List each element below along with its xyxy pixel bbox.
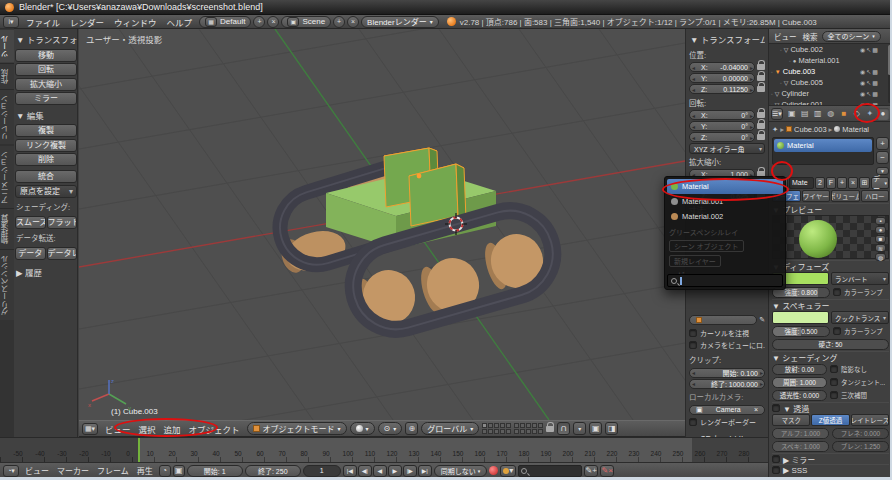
data-transfer-button[interactable]: データレ — [47, 247, 78, 260]
transform-panel-title[interactable]: ▼ トランスフォーム — [15, 31, 77, 47]
edit-button[interactable]: リンク複製 — [15, 139, 77, 152]
eye-icon[interactable]: ◉ — [860, 68, 865, 75]
popup-material-item[interactable]: Material.002 — [667, 209, 783, 224]
specular-ramp-checkbox[interactable] — [833, 327, 841, 335]
render-opengl-icon[interactable]: ▣ — [589, 422, 602, 435]
popup-search-field[interactable] — [667, 274, 783, 287]
outliner-row[interactable]: ◦●Material.001 — [769, 55, 892, 66]
editor-type-icon[interactable]: i▾ — [3, 16, 19, 28]
disclosure-icon[interactable]: ◦ — [771, 69, 773, 75]
sss-checkbox[interactable] — [772, 466, 780, 474]
location-field[interactable]: ◂X:-0.04000▸ — [689, 62, 755, 72]
local-camera-field[interactable]: ▣Camera× — [689, 405, 765, 415]
render-restrict-icon[interactable]: ▩ — [872, 46, 878, 53]
transform-button[interactable]: 回転 — [15, 63, 77, 76]
keying-set-dropdown[interactable]: ▾ — [500, 465, 516, 477]
viewport-menu-item[interactable]: 選択 — [135, 425, 160, 435]
scene-selector[interactable]: ▣Scene — [281, 16, 331, 28]
timeline-menu-item[interactable]: ビュー — [21, 467, 53, 476]
transform-button[interactable]: 拡大縮小 — [15, 78, 77, 91]
tool-shelf-tab[interactable]: リレーション — [0, 89, 14, 145]
outliner-scrollbar[interactable] — [888, 45, 891, 103]
data-transfer-button[interactable]: データ — [15, 247, 46, 260]
viewport-menu-item[interactable]: ビュー — [101, 425, 135, 435]
edit-panel-title[interactable]: ▼ 編集 — [15, 107, 77, 123]
popup-material-item[interactable]: Material.001 — [667, 194, 783, 209]
transparency-mode-button[interactable]: Z値透過 — [811, 414, 849, 426]
disclosure-icon[interactable]: ◦ — [771, 91, 773, 97]
outliner-row[interactable]: ◦▽Cube.005◉↖▩ — [769, 77, 892, 88]
timeline-editor-type-icon[interactable]: ◔▾ — [3, 465, 19, 477]
frame-end-field[interactable]: 終了: 250 — [245, 465, 301, 477]
transparency-field[interactable]: フレネ: 0.000 — [832, 428, 889, 439]
location-field[interactable]: ◂Z:0.11250▸ — [689, 84, 755, 94]
selectable-icon[interactable]: ↖ — [866, 79, 871, 86]
snap-mode-dropdown[interactable]: ▾ — [573, 422, 586, 435]
selectable-icon[interactable]: ↖ — [866, 68, 871, 75]
transparency-mode-button[interactable]: マスク — [772, 414, 810, 426]
viewport-menu-item[interactable]: 追加 — [160, 425, 185, 435]
preview-flat-button[interactable]: ▪ — [875, 217, 886, 225]
lock-icon[interactable] — [757, 134, 765, 140]
properties-tab[interactable]: ◇ — [851, 108, 863, 120]
material-name-field[interactable]: Mate — [789, 177, 814, 189]
render-restrict-icon[interactable]: ▩ — [872, 68, 878, 75]
transparency-field[interactable]: アルフ: 1.000 — [772, 428, 829, 439]
frame-start-field[interactable]: 開始: 1 — [187, 465, 243, 477]
manipulator-toggle-icon[interactable]: ⊕ — [405, 422, 418, 435]
set-origin-dropdown[interactable]: 原点を設定 — [15, 185, 77, 198]
timeline-menu-item[interactable]: フレーム — [93, 467, 133, 476]
lock-icon[interactable] — [546, 426, 554, 432]
specular-intensity-slider[interactable]: 強度: 0.500 — [772, 326, 830, 337]
eyedropper-icon[interactable]: ✎ — [759, 316, 765, 324]
render-engine-selector[interactable]: Blenderレンダー▾ — [361, 16, 439, 28]
outliner-display-dropdown[interactable]: 全てのシーン▾ — [822, 31, 881, 42]
viewport-shading-dropdown[interactable]: ▾ — [350, 422, 375, 435]
lock-icon[interactable] — [757, 86, 765, 92]
preview-hair-button[interactable]: ≋ — [875, 244, 886, 252]
current-frame-field[interactable]: 1 — [303, 465, 341, 477]
layout-delete-button[interactable]: × — [267, 16, 279, 28]
diffuse-ramp-checkbox[interactable] — [833, 288, 841, 296]
properties-editor-type-icon[interactable]: ☰▾ — [771, 108, 783, 120]
rotation-field[interactable]: ◂X:0°▸ — [689, 110, 755, 120]
shading-value-field[interactable]: 周囲: 1.000 — [772, 377, 827, 388]
transport-button[interactable]: ◀| — [358, 465, 372, 477]
transparency-field[interactable]: スペキ: 1.000 — [772, 441, 829, 452]
material-type-tab[interactable]: ハロー — [861, 190, 890, 202]
properties-tab[interactable]: ▣ — [786, 108, 798, 120]
mode-dropdown[interactable]: オブジェクトモード▾ — [247, 422, 347, 435]
delete-keyframe-icon[interactable]: ✎× — [600, 465, 614, 477]
disclosure-icon[interactable]: ◦ — [789, 58, 791, 64]
render-opengl-anim-icon[interactable]: ◨ — [605, 422, 618, 435]
join-button[interactable]: 統合 — [15, 170, 77, 183]
history-panel-title[interactable]: ▶ 履歴 — [15, 264, 77, 280]
breadcrumb-object[interactable]: Cube.003 — [794, 125, 827, 134]
lock-icon[interactable] — [757, 75, 765, 81]
preview-panel-title[interactable]: ▼ プレビュー — [772, 203, 889, 214]
shading-value-field[interactable]: 透光性: 0.000 — [772, 390, 827, 401]
current-frame-line[interactable] — [138, 438, 140, 462]
specular-shader-dropdown[interactable]: クックトランス — [831, 311, 889, 324]
preview-world-button[interactable]: ◍ — [875, 253, 886, 261]
eye-icon[interactable]: ◉ — [860, 46, 865, 53]
render-border-checkbox[interactable] — [689, 418, 697, 426]
lock-icon[interactable] — [757, 64, 765, 70]
new-material-button[interactable]: + — [837, 177, 847, 189]
layout-selector[interactable]: ▦Default — [199, 16, 251, 28]
tool-shelf-tab[interactable]: グリースペンシル — [0, 249, 14, 320]
transparency-checkbox[interactable] — [772, 404, 780, 412]
tool-shelf-tab[interactable]: 物理演算 — [0, 208, 14, 249]
popup-material-item[interactable]: Material — [667, 179, 783, 194]
top-menu-item[interactable]: ウィンドウ — [109, 18, 162, 28]
viewport-editor-type-icon[interactable]: ▦▾ — [82, 423, 98, 435]
eye-icon[interactable]: ◉ — [860, 90, 865, 97]
render-restrict-icon[interactable]: ▩ — [872, 90, 878, 97]
tool-shelf-tab[interactable]: 作成 — [0, 63, 14, 89]
snap-magnet-icon[interactable]: U — [557, 422, 570, 435]
clear-icon[interactable]: × — [754, 406, 758, 413]
rotation-field[interactable]: ◂Y:0°▸ — [689, 121, 755, 131]
hardness-slider[interactable]: 硬さ: 50 — [772, 339, 889, 350]
timeline-menu-item[interactable]: 再生 — [133, 467, 157, 476]
layers-grid-1[interactable] — [482, 423, 511, 434]
